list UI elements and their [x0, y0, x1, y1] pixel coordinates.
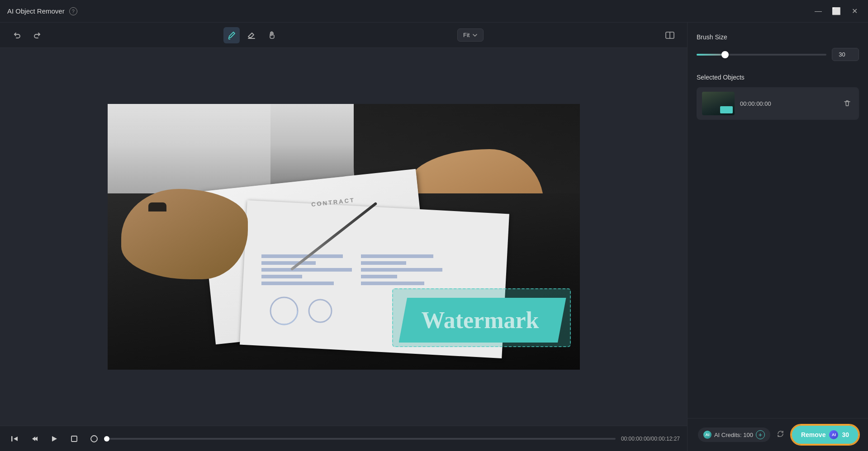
window-controls: — ⬜ ✕ — [812, 5, 861, 18]
right-panel-footer: AI AI Credits: 100 + Remove AI 30 — [688, 418, 868, 451]
fit-dropdown[interactable]: Fit — [457, 28, 484, 42]
svg-rect-6 — [261, 282, 334, 285]
selected-object-item: 00:00:00:00 — [697, 87, 859, 120]
minimize-button[interactable]: — — [812, 5, 825, 18]
svg-rect-3 — [261, 261, 316, 265]
title-bar: AI Object Remover ? — ⬜ ✕ — [0, 0, 868, 23]
frame-back-button[interactable] — [27, 432, 42, 446]
slider-thumb — [721, 51, 729, 58]
editor-area: Fit — [0, 23, 687, 451]
app-title: AI Object Remover — [7, 7, 65, 15]
svg-rect-11 — [361, 282, 424, 285]
credits-add-button[interactable]: + — [756, 430, 765, 439]
brush-size-slider[interactable] — [697, 54, 826, 56]
brush-size-input[interactable] — [832, 48, 859, 61]
compare-button[interactable] — [662, 27, 678, 43]
selected-objects-title: Selected Objects — [697, 74, 859, 81]
playback-bar: 00:00:00:00/00:00:12:27 — [0, 426, 687, 451]
object-delete-button[interactable] — [841, 97, 854, 110]
fit-label: Fit — [463, 32, 470, 38]
undo-button[interactable] — [9, 27, 25, 43]
object-thumb-teal — [720, 106, 733, 113]
remove-button[interactable]: Remove AI 30 — [791, 425, 859, 445]
title-bar-left: AI Object Remover ? — [7, 7, 77, 15]
play-button[interactable] — [47, 432, 62, 446]
video-content: CONTRACT Watermark — [108, 104, 580, 370]
progress-thumb — [104, 436, 109, 442]
object-thumbnail — [702, 92, 735, 115]
refresh-button[interactable] — [777, 430, 785, 440]
help-button[interactable]: ? — [69, 7, 77, 15]
stop-button[interactable] — [67, 432, 81, 446]
slider-fill — [697, 54, 725, 56]
svg-rect-9 — [361, 268, 442, 272]
brush-size-row — [697, 48, 859, 61]
progress-bar[interactable] — [107, 438, 616, 440]
close-button[interactable]: ✕ — [848, 5, 861, 18]
svg-rect-2 — [261, 254, 343, 258]
toolbar: Fit — [0, 23, 687, 48]
svg-rect-7 — [361, 254, 433, 258]
maximize-button[interactable]: ⬜ — [830, 5, 843, 18]
svg-point-17 — [91, 436, 97, 442]
svg-rect-15 — [11, 436, 13, 442]
brush-tool-button[interactable] — [223, 27, 240, 43]
remove-credits: 30 — [842, 431, 849, 438]
ai-credits-label: AI Credits: 100 — [714, 432, 753, 438]
video-frame: CONTRACT Watermark — [108, 104, 580, 370]
svg-rect-16 — [71, 436, 77, 442]
right-panel: Brush Size Selected Objects 00:00:00:00 — [687, 23, 868, 451]
hand-tool-button[interactable] — [263, 27, 280, 43]
svg-point-14 — [309, 300, 332, 322]
redo-button[interactable] — [29, 27, 45, 43]
main-layout: Fit — [0, 23, 868, 451]
svg-rect-10 — [361, 275, 397, 278]
ai-icon: AI — [703, 431, 711, 439]
ai-credits-badge: AI AI Credits: 100 + — [698, 428, 770, 442]
loop-button[interactable] — [87, 432, 101, 446]
step-back-button[interactable] — [7, 432, 22, 446]
canvas-area: CONTRACT Watermark — [0, 48, 687, 426]
brush-size-title: Brush Size — [697, 33, 859, 41]
time-display: 00:00:00:00/00:00:12:27 — [621, 436, 680, 442]
eraser-tool-button[interactable] — [243, 27, 260, 43]
svg-rect-5 — [261, 275, 302, 278]
remove-label: Remove — [801, 431, 825, 438]
remove-ai-icon: AI — [829, 430, 838, 439]
svg-rect-4 — [261, 268, 352, 272]
object-timestamp: 00:00:00:00 — [740, 100, 835, 107]
svg-rect-8 — [361, 261, 406, 265]
right-panel-content: Brush Size Selected Objects 00:00:00:00 — [688, 23, 868, 418]
